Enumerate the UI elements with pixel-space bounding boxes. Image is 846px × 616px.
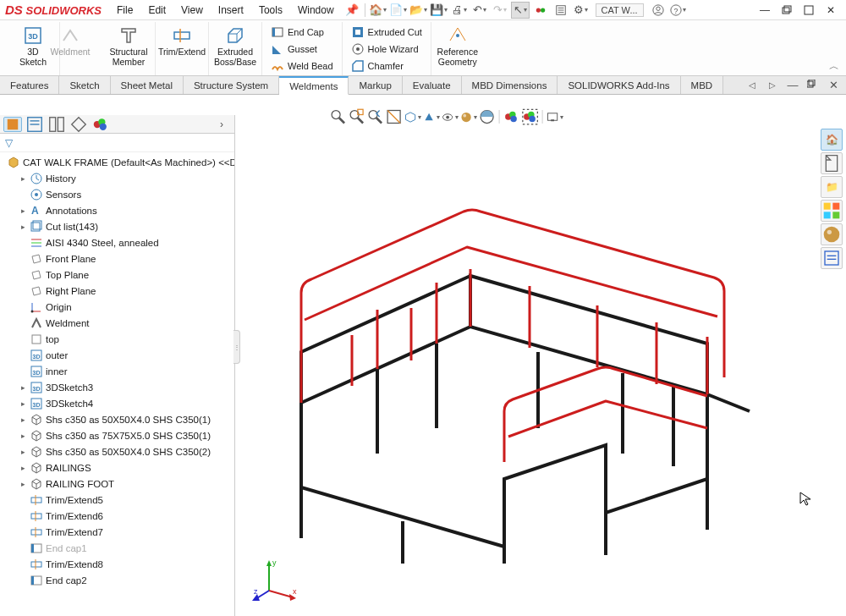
rib-weldment[interactable]: Weldment	[49, 24, 91, 57]
save-icon[interactable]: 💾▾	[430, 2, 448, 19]
menu-window[interactable]: Window	[291, 4, 341, 16]
expand-icon[interactable]: ▸	[19, 448, 27, 456]
view-orient-icon[interactable]: ▾	[404, 108, 421, 125]
undo-icon[interactable]: ↶▾	[470, 2, 489, 19]
panel-splitter[interactable]: ⋮	[233, 330, 240, 364]
expand-icon[interactable]: ▸	[19, 399, 27, 408]
tab-features[interactable]: Features	[0, 76, 59, 94]
rt-appearance-icon[interactable]	[821, 223, 843, 245]
graphics-area[interactable]: y x z	[235, 115, 846, 616]
doc-max-icon[interactable]	[804, 77, 822, 94]
rebuild-icon[interactable]	[531, 2, 550, 19]
expand-icon[interactable]: ▸	[19, 223, 27, 231]
apply-scene-icon[interactable]	[479, 108, 496, 125]
doc-name[interactable]: CAT W...	[596, 3, 644, 17]
rib-excut[interactable]: Extruded Cut	[348, 24, 426, 41]
tree-item[interactable]: Origin	[0, 299, 234, 315]
rib-weldbead[interactable]: Weld Bead	[267, 58, 337, 74]
tab-weldments[interactable]: Weldments	[279, 76, 349, 95]
rt-custom-props-icon[interactable]	[821, 247, 843, 269]
maximize-inner-button[interactable]	[777, 2, 797, 19]
tree-item[interactable]: ▸3D3DSketch4	[0, 395, 234, 411]
display-style-icon[interactable]: ▾	[423, 108, 440, 125]
home-icon[interactable]: 🏠▾	[369, 2, 387, 19]
menu-view[interactable]: View	[174, 4, 210, 16]
tab-mbd[interactable]: MBD	[681, 76, 724, 94]
tab-evaluate[interactable]: Evaluate	[403, 76, 462, 94]
maximize-button[interactable]	[799, 2, 819, 19]
feature-tree[interactable]: CAT WALK FRAME (Default<As Machined>) <<…	[0, 152, 234, 616]
orientation-triad[interactable]: y x z	[252, 557, 299, 604]
tree-item[interactable]: End cap1	[0, 540, 234, 556]
doc-prev-icon[interactable]: ◁	[743, 77, 761, 94]
redo-icon[interactable]: ↷▾	[491, 2, 509, 19]
expand-icon[interactable]: ▸	[19, 174, 27, 183]
tree-item[interactable]: top	[0, 331, 234, 347]
zoom-fit-icon[interactable]	[330, 108, 347, 125]
rib-endcap[interactable]: End Cap	[267, 24, 337, 41]
lp-tab-feature-icon[interactable]	[3, 117, 22, 132]
prev-view-icon[interactable]	[367, 108, 384, 125]
tree-item[interactable]: Front Plane	[0, 250, 234, 267]
select-icon[interactable]: ↖▾	[511, 2, 530, 19]
tab-sketch[interactable]: Sketch	[59, 76, 110, 94]
tree-item[interactable]: ▸History	[0, 170, 234, 186]
print-icon[interactable]: 🖨▾	[450, 2, 469, 19]
menu-insert[interactable]: Insert	[212, 4, 250, 16]
lp-tab-display-icon[interactable]	[91, 117, 110, 132]
render-region-icon[interactable]	[522, 108, 539, 125]
expand-icon[interactable]: ▸	[19, 432, 27, 440]
tab-markup[interactable]: Markup	[349, 76, 402, 94]
tree-item[interactable]: Top Plane	[0, 267, 234, 283]
expand-icon[interactable]: ▸	[19, 383, 27, 392]
menu-file[interactable]: File	[110, 4, 140, 16]
expand-icon[interactable]: ▸	[19, 464, 27, 472]
tab-sheetmetal[interactable]: Sheet Metal	[111, 76, 184, 94]
tree-item[interactable]: AISI 4340 Steel, annealed	[0, 234, 234, 250]
rib-structural[interactable]: Structural Member	[107, 24, 150, 67]
tree-item[interactable]: Right Plane	[0, 283, 234, 299]
rib-gusset[interactable]: Gusset	[267, 41, 337, 58]
pin-icon[interactable]: 📌	[343, 2, 361, 19]
tree-item[interactable]: 3Dinner	[0, 363, 234, 379]
rt-home-icon[interactable]: 🏠	[821, 129, 843, 151]
tab-mbddim[interactable]: MBD Dimensions	[462, 76, 558, 94]
hide-show-icon[interactable]: ▾	[442, 108, 459, 125]
tree-item[interactable]: Trim/Extend5	[0, 492, 234, 508]
tree-item[interactable]: 3Douter	[0, 347, 234, 363]
rib-3dsketch[interactable]: 3D 3D Sketch	[12, 24, 54, 67]
expand-icon[interactable]: ▸	[19, 206, 27, 215]
options-list-icon[interactable]	[552, 2, 570, 19]
lp-tab-more-icon[interactable]: ›	[212, 117, 231, 132]
tree-item[interactable]: ▸RAILING FOOT	[0, 476, 234, 492]
rib-chamfer[interactable]: Chamfer	[348, 58, 426, 74]
lp-tab-config-icon[interactable]	[47, 117, 66, 132]
doc-next-icon[interactable]: ▷	[763, 77, 782, 94]
doc-min-icon[interactable]: —	[783, 77, 802, 94]
section-icon[interactable]	[386, 108, 403, 125]
rib-refgeom[interactable]: Reference Geometry	[437, 24, 479, 67]
tree-item[interactable]: ▸3D3DSketch3	[0, 379, 234, 395]
expand-icon[interactable]: ▸	[19, 415, 27, 424]
tree-item[interactable]: ▸RAILINGS	[0, 459, 234, 476]
tree-item[interactable]: End cap2	[0, 572, 234, 588]
menu-tools[interactable]: Tools	[252, 4, 289, 16]
tree-root[interactable]: CAT WALK FRAME (Default<As Machined>) <<…	[0, 154, 234, 170]
tree-item[interactable]: ▸Shs c350 as 75X75X5.0 SHS C350(1)	[0, 427, 234, 443]
tree-item[interactable]: Sensors	[0, 186, 234, 202]
rt-view-palette-icon[interactable]	[821, 200, 843, 222]
menu-edit[interactable]: Edit	[141, 4, 173, 16]
expand-icon[interactable]: ▸	[19, 480, 27, 488]
minimize-button[interactable]: —	[755, 2, 775, 19]
tree-item[interactable]: Weldment	[0, 315, 234, 331]
tree-item[interactable]: ▸Cut list(143)	[0, 218, 234, 234]
edit-appearance-icon[interactable]: ▾	[460, 108, 477, 125]
zoom-area-icon[interactable]	[349, 108, 365, 125]
doc-close-icon[interactable]: ✕	[824, 77, 843, 94]
rib-hole[interactable]: Hole Wizard	[348, 41, 426, 58]
tree-item[interactable]: ▸Shs c350 as 50X50X4.0 SHS C350(1)	[0, 411, 234, 427]
filter-icon[interactable]: ▽	[5, 137, 13, 149]
tree-item[interactable]: ▸AAnnotations	[0, 202, 234, 218]
tree-item[interactable]: Trim/Extend6	[0, 508, 234, 524]
tree-item[interactable]: Trim/Extend8	[0, 556, 234, 572]
